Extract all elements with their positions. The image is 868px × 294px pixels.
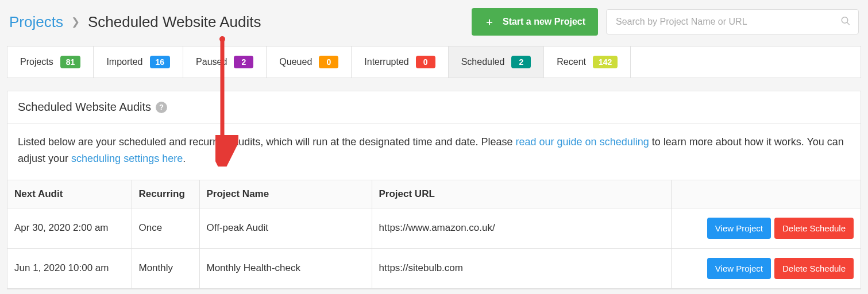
plus-icon: ＋ (484, 15, 495, 29)
tab-label: Projects (20, 57, 53, 67)
cell-actions: View ProjectDelete Schedule (671, 208, 861, 248)
scheduling-settings-link[interactable]: scheduling settings here (71, 153, 183, 164)
cell-project-name: Monthly Health-check (199, 248, 372, 288)
tab-scheduled[interactable]: Scheduled2 (449, 47, 545, 78)
table-row: Apr 30, 2020 2:00 amOnceOff-peak Auditht… (7, 208, 861, 248)
tab-label: Imported (106, 57, 142, 67)
col-recurring: Recurring (132, 180, 199, 208)
panel-header: Scheduled Website Audits ? (7, 91, 861, 123)
tab-label: Queued (279, 57, 312, 67)
col-project-name: Project Name (199, 180, 372, 208)
view-project-button[interactable]: View Project (707, 218, 771, 239)
svg-point-2 (842, 17, 848, 24)
help-icon[interactable]: ? (156, 102, 167, 113)
tab-imported[interactable]: Imported16 (94, 47, 183, 78)
table-row: Jun 1, 2020 10:00 amMonthlyMonthly Healt… (7, 248, 861, 288)
cell-recurring: Once (132, 208, 199, 248)
tab-label: Paused (196, 57, 227, 67)
chevron-right-icon: ❯ (71, 16, 80, 28)
scheduled-audits-panel: Scheduled Website Audits ? Listed below … (7, 91, 861, 289)
tab-projects[interactable]: Projects81 (7, 47, 94, 78)
col-actions (671, 180, 861, 208)
svg-line-3 (847, 22, 850, 25)
start-new-project-label: Start a new Project (503, 17, 585, 27)
tab-interrupted[interactable]: Interrupted0 (352, 47, 448, 78)
tab-label: Interrupted (364, 57, 408, 67)
project-tabs: Projects81Imported16Paused2Queued0Interr… (7, 46, 861, 78)
breadcrumb: Projects ❯ Scheduled Website Audits (9, 13, 472, 31)
search-input[interactable] (606, 9, 859, 34)
view-project-button[interactable]: View Project (707, 258, 771, 279)
panel-title: Scheduled Website Audits (18, 100, 151, 114)
search-icon (840, 16, 851, 28)
tab-recent[interactable]: Recent142 (544, 47, 631, 78)
tab-count-badge: 0 (416, 56, 435, 68)
tab-count-badge: 81 (60, 56, 81, 68)
cell-actions: View ProjectDelete Schedule (671, 248, 861, 288)
delete-schedule-button[interactable]: Delete Schedule (774, 218, 854, 239)
col-project-url: Project URL (372, 180, 671, 208)
cell-next-audit: Jun 1, 2020 10:00 am (7, 248, 132, 288)
delete-schedule-button[interactable]: Delete Schedule (774, 258, 854, 279)
cell-project-name: Off-peak Audit (199, 208, 372, 248)
guide-link[interactable]: read our guide on scheduling (516, 136, 649, 148)
scheduled-audits-table: Next Audit Recurring Project Name Projec… (7, 180, 861, 289)
cell-recurring: Monthly (132, 248, 199, 288)
tab-label: Recent (557, 57, 586, 67)
col-next-audit: Next Audit (7, 180, 132, 208)
tab-queued[interactable]: Queued0 (267, 47, 352, 78)
tab-label: Scheduled (461, 57, 505, 67)
breadcrumb-current: Scheduled Website Audits (88, 13, 261, 31)
tab-count-badge: 16 (150, 56, 171, 68)
tab-count-badge: 0 (319, 56, 338, 68)
tab-paused[interactable]: Paused2 (183, 47, 267, 78)
cell-project-url: https://sitebulb.com (372, 248, 671, 288)
cell-project-url: https://www.amazon.co.uk/ (372, 208, 671, 248)
start-new-project-button[interactable]: ＋ Start a new Project (472, 8, 598, 36)
tab-count-badge: 2 (511, 56, 531, 68)
tab-count-badge: 2 (234, 56, 253, 68)
panel-description: Listed below are your scheduled and recu… (7, 123, 861, 180)
breadcrumb-root-link[interactable]: Projects (9, 13, 63, 31)
tab-count-badge: 142 (593, 56, 618, 68)
cell-next-audit: Apr 30, 2020 2:00 am (7, 208, 132, 248)
